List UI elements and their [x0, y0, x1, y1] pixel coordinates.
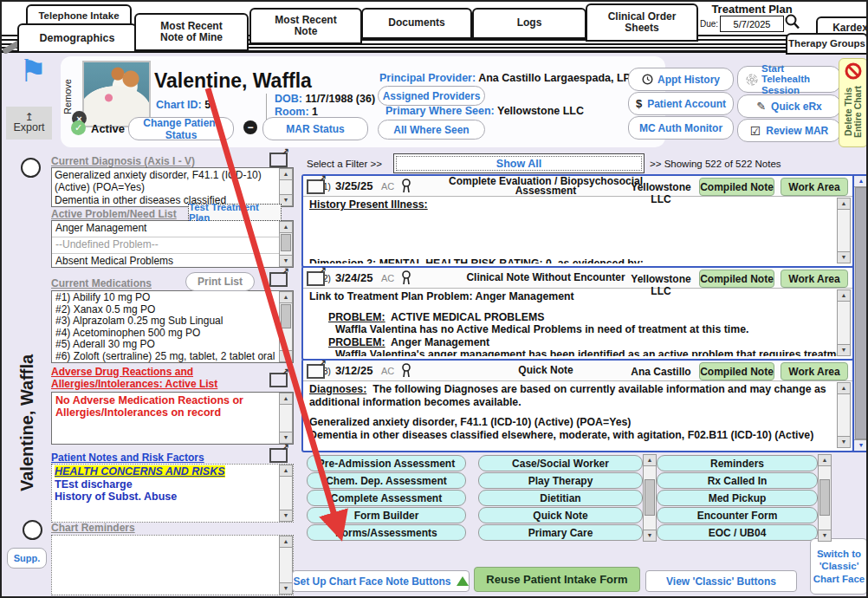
tab-most-recent-note-of-mine[interactable]: Most Recent Note of Mine [134, 13, 249, 51]
quick-button-pre-admission-assessment[interactable]: Pre-Admission Assessment [307, 455, 466, 471]
quick-button-play-therapy[interactable]: Play Therapy [478, 472, 643, 489]
quick-buttons-col2-scrollbar[interactable]: ▲▼ [643, 454, 657, 542]
switch-to-classic-chart-face-button[interactable]: Switch to 'Classic' Chart Face [810, 538, 868, 595]
compiled-note-button[interactable]: Compiled Note [699, 270, 774, 288]
tab-demographics[interactable]: Demographics [17, 23, 137, 53]
delete-entire-chart-button[interactable]: Delete This Entire Chart [839, 58, 868, 147]
quick-button-med-pickup[interactable]: Med Pickup [657, 490, 818, 506]
open-note-icon[interactable] [307, 179, 325, 194]
patient-account-button[interactable]: $ Patient Account [628, 92, 734, 115]
supp-button[interactable]: Supp. [7, 548, 47, 569]
scroll-down-icon[interactable]: ▼ [280, 255, 292, 266]
open-patient-notes-icon[interactable] [269, 448, 288, 463]
quick-button-reminders[interactable]: Reminders [657, 455, 818, 471]
medication-item[interactable]: #6) Zoloft (sertraline) 25 mg, tablet, 2… [52, 351, 293, 363]
minus-icon[interactable]: − [243, 120, 257, 134]
change-patient-status-button[interactable]: Change Patient Status [128, 117, 234, 140]
open-note-icon[interactable] [307, 271, 325, 286]
scroll-down-icon[interactable]: ▼ [838, 344, 850, 355]
notes-list-scrollbar[interactable]: ▲ ▼ [852, 174, 868, 452]
flag-icon[interactable]: ⚑ [19, 55, 47, 87]
medication-item[interactable]: #5) Aderall 30 mg PO [52, 339, 293, 351]
tab-logs[interactable]: Logs [472, 8, 586, 39]
scroll-up-icon[interactable]: ▲ [644, 455, 656, 466]
adverse-listbox[interactable]: No Adverse Medication Reactions or Aller… [51, 392, 294, 445]
mc-auth-monitor-button[interactable]: MC Auth Monitor [628, 116, 734, 140]
show-all-filter-button[interactable]: Show All [393, 153, 645, 173]
compiled-note-button[interactable]: Compiled Note [699, 178, 774, 196]
search-icon[interactable] [784, 13, 800, 30]
review-mar-button[interactable]: ☑ Review MAR [737, 119, 841, 142]
remove-photo-label[interactable]: Remove [62, 79, 73, 114]
quick-button-chem-dep-assessment[interactable]: Chem. Dep. Assessment [307, 472, 466, 489]
scroll-down-icon[interactable]: ▼ [280, 582, 292, 594]
medication-item[interactable]: #2) Xanax 0.5 mg PO [52, 304, 293, 316]
view-classic-buttons-button[interactable]: View 'Classic' Buttons [645, 570, 797, 592]
quick-button-quick-note[interactable]: Quick Note [478, 507, 643, 523]
medication-item[interactable]: #3) Alprazolam 0.25 mg Sub Lingual [52, 315, 293, 328]
scroll-up-icon[interactable]: ▲ [280, 292, 292, 303]
appt-history-button[interactable]: Appt History [628, 68, 734, 91]
patient-notes-listbox[interactable]: HEALTH CONCERNS AND RISKS TEst discharge… [51, 464, 294, 523]
tab-clinical-order-sheets[interactable]: Clinical Order Sheets [586, 3, 698, 42]
medication-item[interactable]: #4) Acetominophen 500 mg PO [52, 328, 293, 340]
quick-button-form-builder[interactable]: Form Builder [307, 507, 466, 523]
scroll-down-icon[interactable]: ▼ [280, 510, 292, 521]
problem-scrollbar[interactable]: ▲▼ [279, 221, 293, 267]
scroll-thumb[interactable] [645, 479, 655, 516]
problem-item[interactable]: Absent Medical Problems [52, 254, 293, 268]
scroll-up-icon[interactable]: ▲ [280, 222, 292, 233]
diagnosis-item[interactable]: Generalized anxiety disorder, F41.1 (ICD… [52, 168, 275, 194]
scroll-up-icon[interactable]: ▲ [280, 465, 292, 477]
note-item[interactable]: 3) 3/12/25 AC Quick Note Ana Castillo Co… [301, 359, 854, 452]
medications-listbox[interactable]: #1) Abilify 10 mg PO #2) Xanax 0.5 mg PO… [51, 290, 294, 363]
scroll-up-icon[interactable]: ▲ [854, 176, 868, 187]
quick-button-primary-care[interactable]: Primary Care [478, 524, 643, 541]
print-list-button[interactable]: Print List [185, 272, 255, 291]
start-telehealth-button[interactable]: Start Telehealth Session [737, 66, 841, 93]
scroll-thumb[interactable] [281, 234, 291, 251]
quick-button-eoc-ub04[interactable]: EOC / UB04 [657, 524, 818, 541]
open-adverse-icon[interactable] [269, 373, 288, 387]
scroll-thumb[interactable] [281, 304, 291, 328]
quick-button-rx-called-in[interactable]: Rx Called In [657, 472, 818, 489]
diagnosis-scrollbar[interactable]: ▲▼ [279, 168, 293, 206]
compiled-note-button[interactable]: Compiled Note [699, 362, 774, 380]
scroll-up-icon[interactable]: ▲ [838, 290, 850, 302]
note-item[interactable]: 1) 3/25/25 AC Complete Evaluation / Biop… [301, 174, 854, 268]
risk-item[interactable]: TEst discharge [52, 478, 293, 491]
scroll-down-icon[interactable]: ▼ [819, 530, 831, 541]
quick-button-forms-assessments[interactable]: Forms/Assessments [307, 524, 466, 541]
tab-documents[interactable]: Documents [361, 8, 472, 39]
all-where-seen-button[interactable]: All Where Seen [378, 120, 485, 140]
scroll-up-icon[interactable]: ▲ [819, 455, 831, 466]
scroll-down-icon[interactable]: ▼ [280, 350, 292, 361]
risk-item[interactable]: History of Subst. Abuse [52, 491, 293, 503]
export-button[interactable]: ↥ Export [6, 107, 52, 140]
scroll-up-icon[interactable]: ▲ [838, 383, 850, 394]
tab-therapy-groups[interactable]: Therapy Groups [786, 33, 868, 55]
test-treatment-plan-button[interactable]: Test Treatment Plan [188, 204, 282, 221]
quick-buttons-col3-scrollbar[interactable]: ▲▼ [818, 454, 832, 542]
adverse-scrollbar[interactable]: ▲▼ [279, 393, 293, 444]
open-medications-icon[interactable] [269, 272, 288, 287]
mar-status-button[interactable]: MAR Status [262, 117, 368, 140]
quick-erx-button[interactable]: ✎ Quick eRx [737, 94, 841, 118]
problem-item[interactable]: --Undefined Problem-- [52, 237, 293, 254]
work-area-button[interactable]: Work Area [781, 178, 848, 196]
work-area-button[interactable]: Work Area [781, 270, 848, 288]
scroll-down-icon[interactable]: ▼ [838, 436, 850, 447]
scroll-up-icon[interactable]: ▲ [838, 198, 850, 210]
scroll-down-icon[interactable]: ▼ [854, 439, 868, 451]
work-area-button[interactable]: Work Area [781, 362, 848, 380]
treatment-plan-due-input[interactable] [720, 16, 784, 32]
quick-button-encounter-form[interactable]: Encounter Form [657, 507, 818, 523]
risk-item-highlight[interactable]: HEALTH CONCERNS AND RISKS [52, 465, 293, 478]
setup-chart-face-note-buttons-button[interactable]: Set Up Chart Face Note Buttons [292, 570, 470, 592]
problem-listbox[interactable]: Anger Management --Undefined Problem-- A… [51, 220, 294, 268]
scroll-down-icon[interactable]: ▼ [644, 530, 656, 541]
quick-button-case-social-worker[interactable]: Case/Social Worker [478, 455, 643, 471]
medication-item[interactable]: #1) Abilify 10 mg PO [52, 291, 293, 304]
note-scrollbar[interactable]: ▲▼ [837, 198, 851, 263]
open-note-icon[interactable] [307, 364, 325, 379]
